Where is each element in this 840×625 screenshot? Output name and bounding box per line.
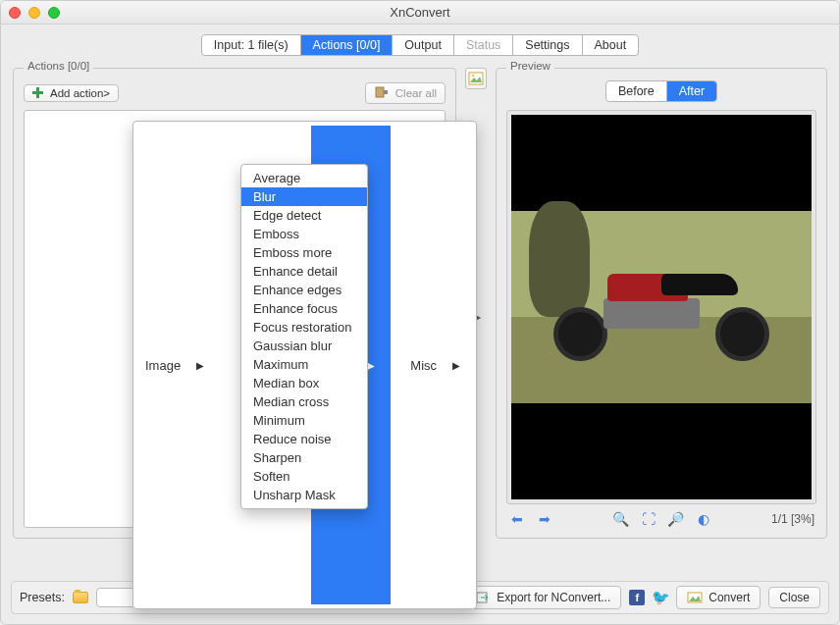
filter-item-label: Maximum	[253, 357, 308, 372]
filter-item-edge-detect[interactable]: Edge detect	[241, 206, 367, 225]
filter-item-emboss[interactable]: Emboss	[241, 225, 367, 243]
filter-item-label: Gaussian blur	[253, 339, 332, 353]
actions-legend: Actions [0/0]	[24, 60, 93, 72]
wheel-rear	[715, 307, 769, 361]
zoom-fit-icon[interactable]: ⛶	[640, 510, 657, 528]
filter-item-focus-restoration[interactable]: Focus restoration	[241, 318, 367, 337]
filter-item-enhance-detail[interactable]: Enhance detail	[241, 262, 367, 281]
preview-controls: ⬅ ➡ 🔍 ⛶ 🔎 ◐ 1/1 [3%]	[506, 504, 816, 528]
preview-counter: 1/1 [3%]	[771, 512, 814, 526]
filter-item-label: Sharpen	[253, 450, 301, 465]
filter-item-minimum[interactable]: Minimum	[241, 411, 367, 430]
facebook-icon[interactable]: f	[629, 590, 645, 605]
menu-item-image[interactable]: Image▶	[133, 126, 220, 604]
filter-item-label: Emboss more	[253, 245, 332, 260]
filter-item-label: Enhance edges	[253, 283, 341, 297]
filter-item-emboss-more[interactable]: Emboss more	[241, 243, 367, 262]
svg-point-4	[472, 75, 475, 78]
filter-item-reduce-noise[interactable]: Reduce noise	[241, 430, 367, 448]
tab-input[interactable]: Input: 1 file(s)	[202, 35, 301, 55]
preview-image-frame	[506, 110, 816, 504]
preview-image[interactable]	[511, 115, 812, 499]
filter-item-label: Median box	[253, 376, 319, 391]
filter-item-enhance-focus[interactable]: Enhance focus	[241, 299, 367, 318]
filter-item-unsharp-mask[interactable]: Unsharp Mask	[241, 486, 367, 504]
svg-rect-1	[384, 90, 388, 94]
open-preset-folder-icon[interactable]	[73, 592, 88, 603]
preview-panel: Preview Before After	[496, 68, 827, 539]
preview-refresh-button[interactable]	[465, 68, 487, 89]
filter-item-label: Unsharp Mask	[253, 488, 336, 502]
filter-item-blur[interactable]: Blur	[241, 187, 367, 206]
filter-item-label: Edge detect	[253, 208, 321, 223]
broom-icon	[374, 85, 390, 101]
preview-scene	[511, 211, 812, 403]
filter-item-soften[interactable]: Soften	[241, 467, 367, 486]
seat	[661, 274, 738, 295]
filter-item-median-cross[interactable]: Median cross	[241, 392, 367, 411]
convert-icon	[687, 590, 703, 605]
filter-item-label: Minimum	[253, 413, 305, 428]
filter-item-label: Reduce noise	[253, 432, 332, 446]
menu-item-misc-label: Misc	[410, 358, 437, 373]
filter-item-gaussian-blur[interactable]: Gaussian blur	[241, 337, 367, 355]
toggle-after[interactable]: After	[667, 81, 716, 101]
actions-toolbar: Add action> Clear all	[24, 82, 446, 104]
app-window: XnConvert Input: 1 file(s) Actions [0/0]…	[0, 0, 840, 625]
export-icon	[475, 590, 491, 605]
preview-legend: Preview	[506, 60, 554, 72]
submenu-arrow-icon: ▶	[452, 360, 460, 371]
filter-item-enhance-edges[interactable]: Enhance edges	[241, 281, 367, 299]
tab-actions[interactable]: Actions [0/0]	[301, 35, 394, 55]
picture-icon	[468, 71, 484, 86]
add-action-label: Add action>	[50, 87, 110, 99]
filter-item-average[interactable]: Average	[241, 169, 367, 187]
clear-all-button[interactable]: Clear all	[365, 82, 446, 104]
filter-item-sharpen[interactable]: Sharpen	[241, 448, 367, 467]
filter-item-label: Blur	[253, 189, 276, 204]
convert-button[interactable]: Convert	[676, 586, 761, 609]
window-title: XnConvert	[1, 5, 839, 20]
submenu-arrow-icon: ▶	[196, 360, 204, 371]
filter-item-label: Emboss	[253, 227, 299, 241]
zoom-in-icon[interactable]: 🔍	[612, 510, 630, 528]
tab-output[interactable]: Output	[393, 35, 454, 55]
next-image-icon[interactable]: ➡	[536, 510, 553, 528]
filter-submenu: AverageBlurEdge detectEmbossEmboss moreE…	[240, 164, 368, 509]
svg-rect-2	[469, 73, 483, 84]
filter-item-label: Enhance detail	[253, 264, 338, 279]
add-action-button[interactable]: Add action>	[24, 84, 119, 102]
main-tabs: Input: 1 file(s) Actions [0/0] Output St…	[201, 34, 639, 56]
plus-icon	[32, 87, 44, 99]
filter-item-median-box[interactable]: Median box	[241, 374, 367, 392]
tab-settings[interactable]: Settings	[513, 35, 582, 55]
filter-item-label: Focus restoration	[253, 320, 351, 335]
submenu-arrow-icon: ▶	[367, 360, 375, 371]
clear-all-label: Clear all	[395, 87, 437, 99]
export-nconvert-button[interactable]: Export for NConvert...	[464, 586, 621, 609]
filter-item-label: Enhance focus	[253, 301, 338, 316]
engine-block	[604, 298, 700, 329]
convert-label: Convert	[709, 591, 750, 604]
toggle-before[interactable]: Before	[606, 81, 667, 101]
filter-item-maximum[interactable]: Maximum	[241, 355, 367, 374]
close-button[interactable]: Close	[768, 587, 820, 608]
filter-item-label: Median cross	[253, 394, 329, 409]
preview-toggle-row: Before After	[506, 80, 816, 102]
titlebar: XnConvert	[1, 1, 839, 25]
menu-item-misc[interactable]: Misc▶	[398, 126, 476, 604]
motorcycle-shape	[565, 279, 758, 355]
wheel-front	[553, 307, 607, 361]
twitter-icon[interactable]: 🐦	[653, 590, 668, 605]
tab-status[interactable]: Status	[454, 35, 513, 55]
svg-rect-0	[376, 87, 384, 97]
export-nconvert-label: Export for NConvert...	[497, 591, 610, 604]
prev-image-icon[interactable]: ⬅	[508, 510, 526, 528]
tabs-row: Input: 1 file(s) Actions [0/0] Output St…	[1, 25, 839, 62]
zoom-out-icon[interactable]: 🔎	[667, 510, 685, 528]
zoom-reset-icon[interactable]: ◐	[695, 510, 712, 528]
close-label: Close	[779, 591, 810, 604]
tab-about[interactable]: About	[583, 35, 639, 55]
before-after-toggle: Before After	[605, 80, 717, 102]
filter-item-label: Soften	[253, 469, 290, 484]
